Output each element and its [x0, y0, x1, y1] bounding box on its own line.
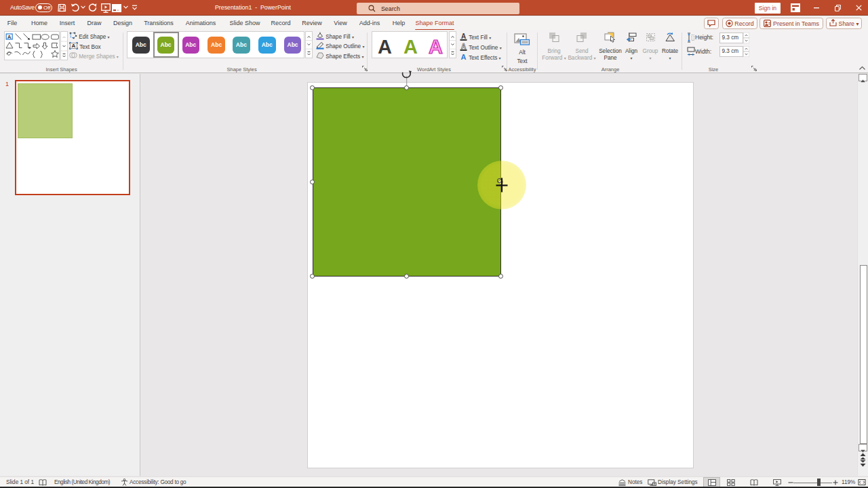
svg-text:A: A — [461, 53, 467, 61]
svg-text:A: A — [72, 43, 76, 49]
svg-text:A: A — [461, 43, 466, 50]
svg-text:A: A — [461, 33, 466, 40]
svg-text:A: A — [7, 34, 12, 40]
